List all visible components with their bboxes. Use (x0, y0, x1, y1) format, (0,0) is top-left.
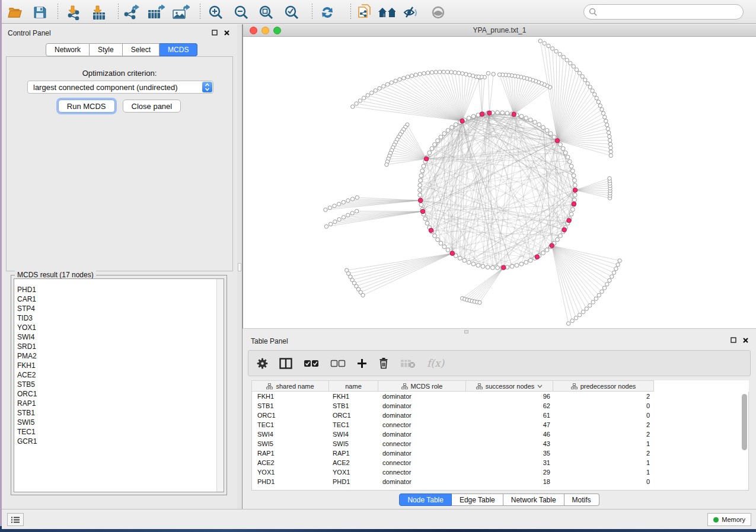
table-row[interactable]: PHD1PHD1dominator180 (252, 477, 748, 486)
tab-select[interactable]: Select (123, 43, 160, 56)
cytoscape-window: Control Panel NetworkStyleSelectMCDS Opt… (2, 0, 756, 529)
table-row[interactable]: RAP1RAP1dominator352 (252, 448, 748, 458)
task-history-button[interactable] (7, 513, 24, 526)
table-row[interactable]: SWI4SWI4dominator462 (252, 430, 748, 439)
table-float-icon[interactable] (731, 337, 736, 344)
table-tab-edge-table[interactable]: Edge Table (452, 493, 503, 506)
close-panel-icon[interactable] (224, 30, 230, 37)
result-node[interactable]: SWI4 (14, 332, 224, 342)
table-header-row: shared namenameMCDS rolesuccessor nodesp… (251, 380, 749, 392)
table-tab-motifs[interactable]: Motifs (564, 493, 599, 506)
vertical-splitter[interactable] (237, 24, 243, 509)
mcds-result-list[interactable]: PHD1CAR1STP4TID3YOX1SWI4SRD1PMA2FKH1ACE2… (14, 278, 224, 492)
dropdown-stepper-icon (202, 82, 212, 92)
mcds-tab-content: Optimization criterion: largest connecte… (6, 56, 233, 271)
control-panel: Control Panel NetworkStyleSelectMCDS Opt… (2, 24, 237, 509)
memory-status-icon (713, 517, 719, 523)
table-row[interactable]: ORC1ORC1dominator610 (252, 411, 748, 420)
table-tab-network-table[interactable]: Network Table (503, 493, 564, 506)
export-image-icon[interactable] (172, 4, 190, 20)
result-node[interactable]: GCR1 (14, 437, 224, 446)
result-node[interactable]: SRD1 (14, 342, 224, 351)
export-network-icon[interactable] (122, 4, 140, 20)
column-header-predecessor-nodes[interactable]: predecessor nodes (553, 380, 654, 392)
settings-gear-icon[interactable] (257, 358, 268, 369)
first-neighbors-icon[interactable] (378, 4, 395, 20)
unselect-all-checkboxes-icon[interactable] (330, 360, 346, 367)
tab-mcds[interactable]: MCDS (160, 43, 197, 56)
network-canvas[interactable] (243, 37, 756, 328)
zoom-fit-icon[interactable] (257, 4, 275, 20)
result-node[interactable]: STP4 (14, 304, 224, 313)
zoom-in-icon[interactable] (207, 4, 225, 20)
result-list-scrollbar[interactable] (216, 279, 224, 492)
optimization-criterion-label: Optimization criterion: (7, 69, 232, 78)
import-table-icon[interactable] (90, 4, 107, 20)
zoom-selected-icon[interactable] (283, 4, 301, 20)
result-node[interactable]: ACE2 (14, 370, 224, 380)
table-scrollbar[interactable] (741, 394, 748, 488)
network-title-bar: YPA_prune.txt_1 (243, 24, 756, 37)
result-node[interactable]: STB5 (14, 380, 224, 389)
table-close-icon[interactable] (742, 337, 749, 345)
memory-button[interactable]: Memory (707, 513, 751, 526)
network-title: YPA_prune.txt_1 (243, 26, 756, 34)
table-row[interactable]: SWI5SWI5connector431 (252, 439, 748, 448)
table-row[interactable]: YOX1YOX1connector291 (252, 467, 748, 477)
criterion-dropdown[interactable]: largest connected component (undirected) (27, 81, 213, 94)
select-all-checkboxes-icon[interactable] (304, 360, 319, 367)
table-row[interactable]: FKH1FKH1dominator962 (252, 392, 748, 401)
run-mcds-button[interactable]: Run MCDS (58, 100, 115, 113)
result-node[interactable]: STB1 (14, 408, 224, 418)
open-file-icon[interactable] (6, 4, 24, 20)
control-panel-tabs: NetworkStyleSelectMCDS (46, 43, 197, 56)
tab-network[interactable]: Network (46, 43, 90, 56)
result-node[interactable]: TEC1 (14, 427, 224, 437)
delete-column-icon[interactable] (378, 357, 389, 369)
import-network-icon[interactable] (65, 4, 82, 20)
table-panel: Table Panel (243, 334, 756, 509)
result-node[interactable]: PMA2 (14, 351, 224, 361)
hide-selected-icon[interactable] (402, 4, 420, 20)
result-node[interactable]: CAR1 (14, 294, 224, 304)
table-tabs: Node TableEdge TableNetwork TableMotifs (243, 493, 756, 506)
table-body: FKH1FKH1dominator962STB1STB1dominator620… (251, 392, 749, 491)
mcds-result-title: MCDS result (17 nodes) (15, 271, 96, 279)
delete-table-icon[interactable] (400, 358, 416, 368)
save-session-icon[interactable] (31, 4, 49, 20)
show-column-icon[interactable] (279, 358, 292, 369)
table-row[interactable]: STB1STB1dominator620 (252, 401, 748, 411)
control-panel-title: Control Panel (8, 29, 51, 37)
show-all-icon[interactable] (429, 4, 447, 20)
table-row[interactable]: TEC1TEC1connector472 (252, 420, 748, 430)
search-input[interactable] (583, 4, 744, 20)
export-table-icon[interactable] (147, 4, 165, 20)
zoom-out-icon[interactable] (232, 4, 250, 20)
result-node[interactable]: ORC1 (14, 389, 224, 399)
float-panel-icon[interactable] (212, 30, 218, 37)
status-bar: Memory (2, 509, 756, 529)
result-node[interactable]: PHD1 (14, 285, 224, 294)
refresh-icon[interactable] (318, 4, 336, 20)
column-header-MCDS-role[interactable]: MCDS role (378, 380, 466, 392)
network-view-panel: YPA_prune.txt_1 (243, 24, 756, 328)
tab-style[interactable]: Style (90, 43, 123, 56)
mcds-result-group: MCDS result (17 nodes) PHD1CAR1STP4TID3Y… (11, 275, 227, 495)
result-node[interactable]: RAP1 (14, 399, 224, 408)
add-column-icon[interactable] (357, 358, 367, 368)
function-builder-icon: f(x) (427, 357, 444, 369)
result-node[interactable]: TID3 (14, 313, 224, 323)
clone-network-icon[interactable] (356, 4, 374, 20)
main-toolbar (2, 0, 756, 24)
close-panel-button[interactable]: Close panel (123, 100, 181, 113)
table-tab-node-table[interactable]: Node Table (399, 493, 452, 506)
column-header-successor-nodes[interactable]: successor nodes (466, 380, 553, 392)
result-node[interactable]: FKH1 (14, 361, 224, 370)
table-row[interactable]: ACE2ACE2connector311 (252, 458, 748, 467)
result-node[interactable]: YOX1 (14, 323, 224, 332)
result-node[interactable]: SWI5 (14, 418, 224, 427)
column-header-name[interactable]: name (329, 380, 378, 392)
column-header-shared-name[interactable]: shared name (251, 380, 329, 392)
search-icon (589, 8, 598, 17)
horizontal-splitter[interactable] (243, 328, 756, 334)
